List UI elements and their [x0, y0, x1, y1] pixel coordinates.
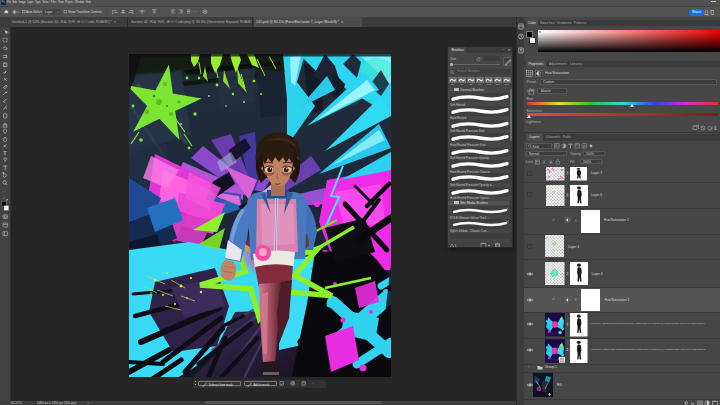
- svg-text:Subtract from mask: Subtract from mask: [208, 383, 233, 387]
- svg-text:Auto-Select:: Auto-Select:: [26, 10, 43, 14]
- svg-text:fx: fx: [691, 401, 695, 405]
- svg-text:···: ···: [193, 9, 197, 14]
- svg-text:Layer: Layer: [45, 10, 53, 14]
- svg-text:Show Transform Controls: Show Transform Controls: [68, 10, 102, 14]
- svg-text:··: ··: [312, 382, 314, 386]
- svg-text:Add to mask: Add to mask: [254, 383, 270, 387]
- svg-text:···: ···: [2, 190, 6, 194]
